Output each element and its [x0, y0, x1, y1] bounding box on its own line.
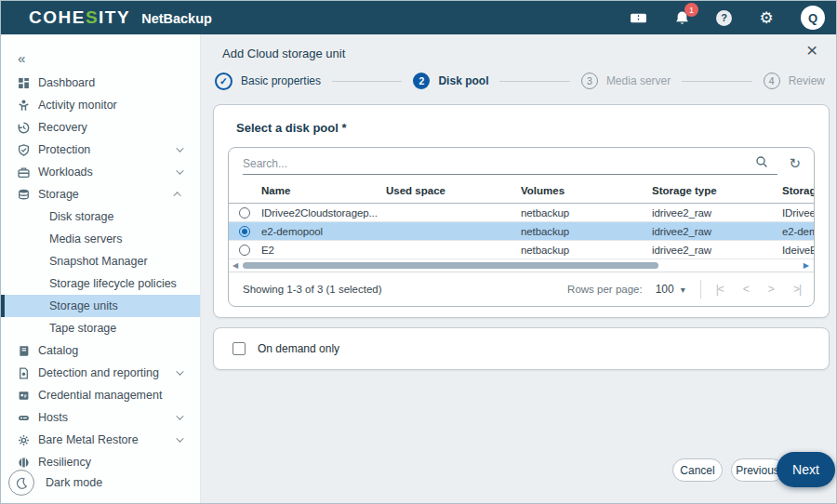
- previous-page-icon[interactable]: <: [743, 283, 749, 296]
- step-number: 2: [413, 73, 430, 89]
- radio-button-selected[interactable]: [239, 226, 250, 237]
- table-row-e2[interactable]: E2 netbackup idrivee2_raw IdeiveE: [229, 241, 814, 259]
- sidebar-item-workloads[interactable]: Workloads: [1, 161, 200, 183]
- credential-key-icon: [18, 390, 38, 402]
- brand-text: COHE: [29, 7, 86, 28]
- page-title: Add Cloud storage unit: [222, 46, 345, 60]
- column-header-used-space: Used space: [386, 185, 521, 196]
- column-header-volumes: Volumes: [521, 185, 652, 196]
- sidebar-item-recovery[interactable]: Recovery: [1, 116, 200, 139]
- dashboard-grid-icon: [18, 77, 38, 89]
- sidebar-item-detection-reporting[interactable]: Detection and reporting: [1, 362, 200, 384]
- sidebar-item-snapshot-manager[interactable]: Snapshot Manager: [1, 250, 200, 272]
- sidebar-item-bare-metal-restore[interactable]: Bare Metal Restore: [1, 429, 200, 451]
- user-avatar[interactable]: Q: [801, 6, 825, 30]
- step-disk-pool[interactable]: 2 Disk pool: [413, 73, 488, 89]
- footer-divider: [700, 280, 701, 298]
- brand-text: ITY: [99, 7, 130, 28]
- pagination-controls: |< < > >|: [716, 283, 801, 296]
- cancel-button[interactable]: Cancel: [672, 458, 723, 482]
- storage-database-icon: [18, 189, 38, 201]
- briefcase-icon: [18, 166, 38, 179]
- sidebar-item-media-servers[interactable]: Media servers: [1, 228, 200, 250]
- sidebar-item-tape-storage[interactable]: Tape storage: [1, 317, 200, 339]
- dark-mode-toggle[interactable]: Dark mode: [8, 470, 102, 496]
- notifications-bell-icon[interactable]: 1: [672, 8, 691, 27]
- next-page-icon[interactable]: >: [768, 283, 774, 296]
- radio-button[interactable]: [239, 245, 250, 256]
- catalog-book-icon: [18, 345, 38, 357]
- disk-pool-table: ↻ Name Used space Volumes Storage type S…: [228, 147, 815, 307]
- search-input[interactable]: [243, 154, 777, 175]
- next-button[interactable]: Next: [777, 452, 835, 487]
- chevron-down-icon: [176, 412, 183, 419]
- hosts-server-icon: [18, 412, 38, 424]
- shield-check-icon: [18, 144, 38, 156]
- sidebar-item-storage-lifecycle-policies[interactable]: Storage lifecycle policies: [1, 272, 200, 295]
- rows-per-page-select[interactable]: 100: [656, 283, 674, 296]
- scrollbar-thumb[interactable]: [243, 262, 658, 269]
- radio-button[interactable]: [239, 207, 250, 219]
- resiliency-icon: [18, 457, 38, 469]
- gear-icon: [18, 434, 38, 446]
- step-basic-properties[interactable]: ✓ Basic properties: [215, 73, 321, 90]
- sidebar-item-disk-storage[interactable]: Disk storage: [1, 206, 200, 228]
- table-search-row: ↻: [229, 148, 814, 179]
- sidebar-item-dashboard[interactable]: Dashboard: [1, 72, 200, 94]
- sidebar-item-catalog[interactable]: Catalog: [1, 339, 200, 362]
- license-ticket-icon[interactable]: [629, 8, 647, 27]
- sidebar-item-storage[interactable]: Storage: [1, 183, 200, 206]
- product-name: NetBackup: [141, 11, 212, 26]
- on-demand-card: On demand only: [213, 327, 830, 370]
- notification-badge: 1: [684, 3, 698, 17]
- table-footer: Showing 1-3 of 3 (1 selected) Rows per p…: [229, 272, 814, 306]
- search-icon[interactable]: [755, 155, 768, 168]
- disk-pool-card: Select a disk pool * ↻ Name Used space V…: [213, 104, 830, 318]
- sidebar-item-activity-monitor[interactable]: Activity monitor: [1, 94, 200, 116]
- chevron-up-icon: [173, 192, 180, 199]
- sidebar-collapse-button[interactable]: «: [1, 44, 200, 72]
- brand-text-green-s: S: [86, 7, 99, 28]
- cohesity-netbackup-logo: COHESITY NetBackup: [29, 7, 212, 28]
- rows-per-page-label: Rows per page:: [567, 284, 643, 295]
- dropdown-caret-icon[interactable]: ▾: [681, 285, 685, 295]
- column-header-name: Name: [261, 185, 386, 196]
- activity-monitor-icon: [18, 99, 38, 112]
- sidebar-nav: « Dashboard Activity monitor Recovery Pr…: [1, 34, 201, 504]
- step-number: 3: [581, 73, 598, 89]
- last-page-icon[interactable]: >|: [793, 283, 801, 296]
- settings-gear-icon[interactable]: ⚙: [757, 8, 776, 27]
- close-icon[interactable]: ×: [806, 40, 817, 60]
- chevron-down-icon: [176, 434, 183, 442]
- refresh-icon[interactable]: ↻: [789, 156, 801, 170]
- column-header-storage-type: Storage type: [652, 185, 782, 196]
- horizontal-scrollbar: ◀ ▶: [229, 259, 814, 272]
- column-header-storage-server: Storage: [782, 185, 814, 196]
- step-review[interactable]: 4 Review: [764, 73, 825, 89]
- moon-icon: [8, 470, 34, 496]
- on-demand-checkbox[interactable]: [232, 342, 246, 355]
- scroll-left-icon[interactable]: ◀: [232, 261, 238, 270]
- table-header-row: Name Used space Volumes Storage type Sto…: [229, 179, 814, 204]
- table-row-idrivee2cloudstorage[interactable]: IDrivee2Cloudstoragep... netbackup idriv…: [229, 204, 814, 222]
- first-page-icon[interactable]: |<: [716, 283, 724, 296]
- recovery-clock-icon: [18, 122, 38, 134]
- step-number: 4: [764, 73, 780, 89]
- sidebar-item-storage-units[interactable]: Storage units: [1, 295, 200, 317]
- sidebar-item-credential-management[interactable]: Credential management: [1, 384, 200, 406]
- chevron-down-icon: [176, 144, 183, 152]
- help-icon[interactable]: ?: [716, 10, 732, 26]
- chevron-down-icon: [176, 367, 183, 375]
- app-header: COHESITY NetBackup 1 ? ⚙ Q: [1, 1, 837, 34]
- stepper-line: [682, 81, 751, 82]
- step-check-icon: ✓: [215, 73, 232, 90]
- sidebar-item-protection[interactable]: Protection: [1, 139, 200, 161]
- select-disk-pool-label: Select a disk pool *: [236, 121, 347, 135]
- chevron-down-icon: [176, 166, 183, 174]
- scroll-right-icon[interactable]: ▶: [804, 261, 809, 270]
- sidebar-item-hosts[interactable]: Hosts: [1, 406, 200, 429]
- on-demand-label: On demand only: [258, 342, 339, 355]
- step-media-server[interactable]: 3 Media server: [581, 73, 671, 89]
- table-row-e2-demopool-selected[interactable]: e2-demopool netbackup idrivee2_raw e2-de…: [229, 222, 814, 241]
- report-document-icon: [18, 367, 38, 379]
